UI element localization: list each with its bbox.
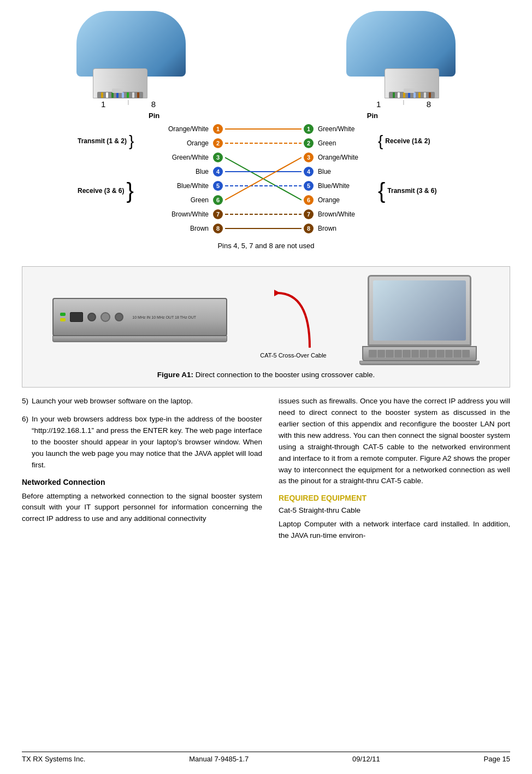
laptop-keyboard: [362, 346, 477, 361]
receive-label-right: { Receive (1& 2): [378, 127, 454, 155]
knob2: [115, 313, 123, 321]
footer-page: Page 15: [484, 755, 510, 763]
left-pin-col: Orange/White 1 Orange 2 Green/White 3: [149, 122, 225, 237]
item6-num: 6): [22, 414, 28, 471]
figure-caption-bold: Figure A1:: [157, 371, 193, 379]
rpin-7: 7 Brown/White: [302, 207, 378, 221]
lpin-4: Blue 4: [149, 165, 225, 179]
crossover-diagram: Transmit (1 & 2) } Receive (3 & 6) } Pin…: [22, 112, 510, 237]
rpin-5: 5 Blue/White: [302, 179, 378, 193]
left-cable-group: 1 | 8: [55, 11, 197, 109]
ethernet-port: [70, 312, 83, 322]
left-pin-marker: |: [128, 99, 129, 109]
rpin-6: 6 Orange: [302, 193, 378, 207]
transmit-label-left: Transmit (1 & 2) }: [78, 127, 149, 155]
right-pin-numbers: 1 | 8: [376, 99, 431, 109]
left-pin-numbers: 1 | 8: [101, 99, 156, 109]
rpin-8: 8 Brown: [302, 221, 378, 236]
top-diagram: 1 | 8: [22, 11, 510, 261]
lpin-5: Blue/White 5: [149, 179, 225, 193]
arrow-area: CAT-5 Cross-Over Cable: [271, 282, 315, 359]
item-5: 5) Launch your web browser software on t…: [22, 396, 262, 407]
transmit-label-right: { Transmit (3 & 6): [378, 169, 454, 212]
device-labels: 10 MHz IN 10 MHz OUT 18 THz OUT: [132, 315, 196, 319]
laptop-screen: [368, 275, 471, 346]
laptop: [359, 275, 480, 365]
item6-text: In your web browsers address box type-in…: [32, 414, 262, 471]
item5-num: 5): [22, 396, 28, 407]
bnc-connector: [101, 312, 110, 322]
right-pin-col: 1 Green/White 2 Green 3 Orange/White 4: [302, 122, 378, 237]
figure-caption: Figure A1: Direct connection to the boos…: [31, 371, 501, 379]
page-footer: TX RX Systems Inc. Manual 7-9485-1.7 09/…: [22, 752, 510, 763]
device-body: 10 MHz IN 10 MHz OUT 18 THz OUT: [52, 298, 227, 336]
right-pin8: 8: [427, 99, 431, 109]
req-item1: Cat-5 Straight-thru Cable: [279, 505, 510, 517]
center-diagram: Pin Pin Orange/White 1 Orange 2: [149, 112, 378, 237]
footer-date: 09/12/11: [352, 755, 380, 763]
cable-images: 1 | 8: [22, 11, 510, 109]
knob: [87, 313, 96, 321]
pins-and-lines: Orange/White 1 Orange 2 Green/White 3: [149, 122, 378, 237]
lpin-1: Orange/White 1: [149, 122, 225, 136]
screen-display: [373, 280, 466, 341]
crossover-svg: [225, 122, 302, 236]
left-pin8: 8: [151, 99, 156, 109]
footer-company: TX RX Systems Inc.: [22, 755, 85, 763]
led-yellow: [60, 318, 66, 321]
rpin-2: 2 Green: [302, 136, 378, 150]
pin-note: Pins 4, 5, 7 and 8 are not used: [217, 242, 314, 250]
right-brackets: { Receive (1& 2) { Transmit (3 & 6): [378, 112, 454, 212]
right-column: issues such as firewalls. Once you have …: [279, 396, 510, 548]
receive-label-left: Receive (3 & 6) }: [78, 169, 149, 212]
page-container: 1 | 8: [0, 0, 532, 774]
figure-a1-section: 10 MHz IN 10 MHz OUT 18 THz OUT CAT-5 Cr…: [22, 266, 510, 388]
right-pin-header: Pin: [367, 112, 378, 120]
device-base: [52, 336, 227, 342]
crossover-lines-svg: [225, 122, 302, 237]
main-content: 5) Launch your web browser software on t…: [22, 396, 510, 548]
lpin-3: Green/White 3: [149, 150, 225, 165]
svg-marker-8: [274, 290, 280, 296]
footer-manual: Manual 7-9485-1.7: [189, 755, 249, 763]
lpin-7: Brown/White 7: [149, 207, 225, 221]
left-pin1: 1: [101, 99, 105, 109]
pin-headers: Pin Pin: [149, 112, 378, 122]
right-pin1: 1: [376, 99, 381, 109]
networked-connection-heading: Networked Connection: [22, 478, 262, 486]
arrow-svg: [271, 282, 315, 357]
figure-caption-text: Direct connection to the booster using c…: [196, 371, 375, 379]
led-green: [60, 313, 66, 316]
rpin-1: 1 Green/White: [302, 122, 378, 136]
left-cable-img: [55, 11, 197, 98]
left-pin-header: Pin: [149, 112, 159, 120]
rpin-3: 3 Orange/White: [302, 150, 378, 165]
device-leds: [60, 313, 66, 321]
required-heading: REQUIRED EQUIPMENT: [279, 494, 510, 502]
right-para1: issues such as firewalls. Once you have …: [279, 396, 510, 487]
rpin-4: 4 Blue: [302, 165, 378, 179]
cable-label: CAT-5 Cross-Over Cable: [260, 352, 326, 359]
item-6: 6) In your web browsers address box type…: [22, 414, 262, 471]
lpin-8: Brown 8: [149, 221, 225, 236]
req-item2: Laptop Computer with a network interface…: [279, 519, 510, 542]
networked-text: Before attempting a networked connection…: [22, 491, 262, 525]
left-column: 5) Launch your web browser software on t…: [22, 396, 262, 548]
laptop-base: [359, 361, 480, 365]
right-pin-marker: |: [403, 99, 404, 109]
right-cable-img: [335, 11, 477, 98]
item5-text: Launch your web browser software on the …: [32, 396, 193, 407]
left-brackets: Transmit (1 & 2) } Receive (3 & 6) }: [78, 112, 149, 212]
booster-device: 10 MHz IN 10 MHz OUT 18 THz OUT: [52, 298, 227, 342]
keys-row: [369, 350, 470, 357]
lpin-2: Orange 2: [149, 136, 225, 150]
lpin-6: Green 6: [149, 193, 225, 207]
right-cable-group: 1 | 8: [335, 11, 477, 109]
figure-inner: 10 MHz IN 10 MHz OUT 18 THz OUT CAT-5 Cr…: [31, 275, 501, 365]
